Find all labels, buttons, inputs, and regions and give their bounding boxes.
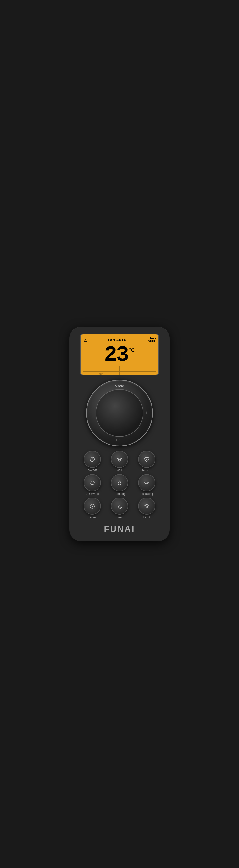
lcd-display: △ FAN AUTO OPER 23 °C ❄ (80, 334, 159, 375)
oper-label: OPER (148, 340, 155, 343)
temperature-display: 23 °C (83, 344, 156, 366)
health-icon (143, 456, 151, 463)
sleep-icon (116, 502, 123, 510)
svg-point-15 (145, 504, 148, 507)
battery-body (150, 337, 155, 339)
dial-fan-label[interactable]: Fan (116, 438, 123, 442)
svg-line-18 (148, 504, 149, 504)
lr-swing-icon (143, 479, 151, 487)
fan-mode-label: FAN AUTO (108, 338, 127, 342)
humidity-icon (116, 479, 123, 487)
svg-point-5 (120, 482, 121, 482)
sleep-button-item[interactable]: Sleep (107, 497, 132, 519)
dial-plus-button[interactable]: + (144, 410, 148, 416)
sleep-label: Sleep (115, 516, 123, 519)
wifi-button[interactable] (111, 451, 128, 468)
temperature-unit: °C (129, 347, 135, 353)
timer-label: Timer (88, 516, 96, 519)
humidity-button[interactable] (111, 474, 128, 491)
status-area: OPER (148, 337, 155, 343)
timer-button-item[interactable]: Timer (80, 497, 104, 519)
dial-container: Mode − + Fan (86, 379, 153, 446)
svg-point-2 (119, 461, 120, 462)
svg-line-20 (145, 504, 145, 504)
ud-swing-label: UD-swing (85, 492, 99, 496)
dial-minus-button[interactable]: − (91, 410, 95, 416)
ud-swing-icon (88, 479, 96, 487)
lr-swing-label: LR-swing (140, 492, 153, 496)
ud-swing-button-item[interactable]: UD-swing (80, 474, 104, 496)
temperature-value: 23 (104, 344, 128, 366)
light-button[interactable] (138, 497, 155, 515)
display-grid: ❄ (83, 366, 156, 375)
light-icon (143, 502, 151, 510)
health-label: Health (142, 469, 151, 472)
health-button[interactable] (138, 451, 155, 468)
bell-icon: △ (84, 338, 86, 342)
dial-mode-label[interactable]: Mode (115, 384, 124, 388)
light-label: Light (143, 516, 150, 519)
wifi-label: Wifi (117, 469, 122, 472)
brand-label: FUNAI (104, 524, 135, 534)
timer-button[interactable] (84, 497, 101, 515)
power-icon (88, 456, 96, 463)
on-off-label: On/Off (88, 469, 97, 472)
on-off-button-item[interactable]: On/Off (80, 451, 104, 472)
battery-icon (150, 337, 155, 339)
wifi-icon (116, 456, 123, 463)
health-button-item[interactable]: Health (135, 451, 159, 472)
on-off-button[interactable] (84, 451, 101, 468)
buttons-grid: On/Off Wifi Health (80, 451, 159, 519)
svg-rect-4 (90, 483, 94, 484)
display-top-row: △ FAN AUTO OPER (83, 336, 156, 343)
remote-control: △ FAN AUTO OPER 23 °C ❄ (69, 327, 170, 541)
dial-inner[interactable] (96, 389, 143, 437)
lr-swing-button[interactable] (138, 474, 155, 491)
humidity-button-item[interactable]: Humidity (107, 474, 132, 496)
humidity-label: Humidity (113, 492, 126, 496)
sleep-button[interactable] (111, 497, 128, 515)
ud-swing-button[interactable] (84, 474, 101, 491)
lr-swing-button-item[interactable]: LR-swing (135, 474, 159, 496)
timer-icon (88, 502, 96, 510)
dial-outer[interactable]: Mode − + Fan (86, 379, 153, 446)
wifi-button-item[interactable]: Wifi (107, 451, 132, 472)
snowflake-icon: ❄ (99, 372, 103, 375)
light-button-item[interactable]: Light (135, 497, 159, 519)
